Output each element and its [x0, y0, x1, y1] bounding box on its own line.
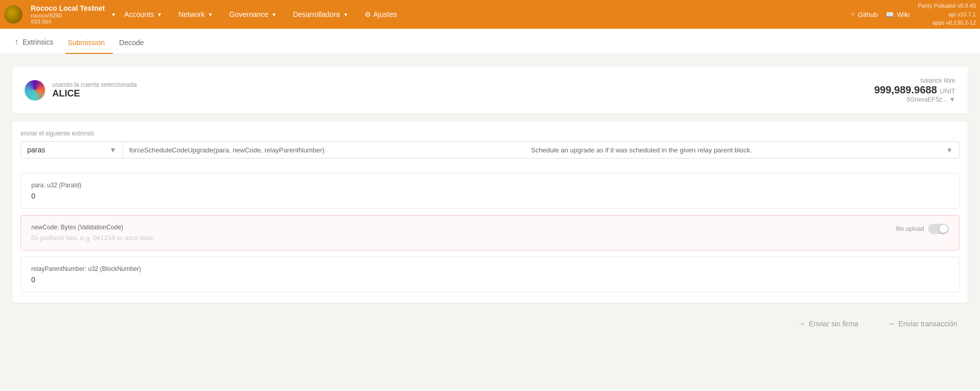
- address-caret-icon: ▼: [949, 96, 955, 103]
- nav-label-governance: Governance: [229, 10, 268, 18]
- settings-gear-icon: ⚙: [365, 10, 371, 18]
- balance-label: balance libre: [874, 77, 955, 84]
- nav-item-accounts[interactable]: Accounts ▼: [116, 0, 170, 29]
- wiki-link[interactable]: 📖 Wiki: [886, 11, 910, 18]
- method-arrow-icon: ▼: [946, 146, 953, 154]
- submit-transaction-label: Enviar transacción: [898, 320, 957, 328]
- param-para-label: para: u32 (ParaId): [31, 182, 949, 189]
- balance-row: 999,989.9688 UNIT: [874, 84, 955, 96]
- file-upload-label: file upload: [896, 225, 924, 232]
- nav-right: ⑂ Github 📖 Wiki Parity Polkadot v0.9.40 …: [851, 2, 976, 27]
- version-line1: Parity Polkadot v0.9.40: [918, 2, 976, 10]
- brand[interactable]: Rococo Local Testnet rococo/9280 #33.564…: [4, 4, 116, 25]
- brand-logo: [4, 5, 23, 24]
- tab-submission-label: Submission: [68, 38, 105, 47]
- balance-value: 999,989.9688: [874, 84, 937, 95]
- account-right: balance libre 999,989.9688 UNIT 5GrwvaEF…: [874, 77, 955, 103]
- account-details: usando la cuenta seleccionada ALICE: [52, 81, 137, 99]
- nav-label-developer: Desarrolladora: [293, 10, 340, 18]
- nav-label-settings: Ajustes: [373, 10, 397, 18]
- main-content: usando la cuenta seleccionada ALICE bala…: [0, 54, 980, 357]
- tab-extrinsics[interactable]: ↑ Extrinsics: [12, 37, 62, 54]
- brand-sub2: #33.564: [31, 18, 51, 25]
- accounts-caret-icon: ▼: [157, 12, 162, 17]
- module-selector[interactable]: paras ▼: [21, 141, 123, 159]
- nav-label-accounts: Accounts: [124, 10, 154, 18]
- param-newcode: newCode: Bytes (ValidationCode) file upl…: [21, 215, 959, 250]
- submit-transaction-button[interactable]: → Enviar transacción: [877, 315, 968, 333]
- param-para-value: 0: [31, 192, 949, 200]
- extrinsic-selectors-row: enviar el siguiente extrinsic paras ▼ fo…: [12, 122, 968, 163]
- footer-actions: → Enviar sin firma → Enviar transacción: [12, 303, 968, 345]
- developer-caret-icon: ▼: [343, 12, 348, 17]
- extrinsic-card: enviar el siguiente extrinsic paras ▼ fo…: [12, 122, 968, 303]
- tab-decode[interactable]: Decode: [117, 38, 152, 54]
- newcode-input[interactable]: [31, 234, 949, 242]
- brand-sub1: rococo/9280: [31, 12, 62, 18]
- param-newcode-label: newCode: Bytes (ValidationCode): [31, 224, 123, 231]
- file-upload-toggle[interactable]: [928, 224, 949, 234]
- nav-item-governance[interactable]: Governance ▼: [221, 0, 285, 29]
- nav-item-developer[interactable]: Desarrolladora ▼: [285, 0, 356, 29]
- github-icon: ⑂: [851, 11, 855, 18]
- param-para: para: u32 (ParaId) 0: [21, 173, 959, 209]
- params-container: para: u32 (ParaId) 0 newCode: Bytes (Val…: [12, 163, 968, 303]
- unsigned-icon: →: [797, 319, 806, 328]
- account-card: usando la cuenta seleccionada ALICE bala…: [12, 67, 968, 113]
- wiki-label: Wiki: [897, 11, 910, 18]
- param-relay-value: 0: [31, 276, 949, 284]
- submit-unsigned-button[interactable]: → Enviar sin firma: [787, 315, 868, 333]
- balance-unit: UNIT: [940, 87, 955, 95]
- nav-item-network[interactable]: Network ▼: [170, 0, 221, 29]
- account-left: usando la cuenta seleccionada ALICE: [25, 80, 137, 101]
- submit-unsigned-label: Enviar sin firma: [809, 320, 858, 328]
- extrinsic-section-title: enviar el siguiente extrinsic: [21, 130, 959, 137]
- account-name: ALICE: [52, 88, 137, 99]
- version-line2: api v10.7.1: [918, 10, 976, 19]
- param-relay-parent-number: relayParentNumber: u32 (BlockNumber) 0: [21, 257, 959, 292]
- extrinsics-icon: ↑: [14, 37, 18, 47]
- account-avatar: [25, 80, 45, 101]
- selector-row: paras ▼ forceScheduleCodeUpgrade(para, n…: [21, 141, 959, 159]
- module-value: paras: [27, 146, 45, 154]
- brand-info: Rococo Local Testnet rococo/9280 #33.564: [27, 4, 109, 25]
- param-relay-label: relayParentNumber: u32 (BlockNumber): [31, 265, 949, 272]
- brand-name: Rococo Local Testnet: [31, 4, 105, 12]
- file-upload-row: file upload: [896, 224, 949, 234]
- balance-address[interactable]: 5GrwvaEF5z... ▼: [874, 96, 955, 103]
- nav-label-network: Network: [178, 10, 205, 18]
- github-link[interactable]: ⑂ Github: [851, 11, 877, 18]
- version-info: Parity Polkadot v0.9.40 api v10.7.1 apps…: [918, 2, 976, 27]
- wiki-icon: 📖: [886, 11, 894, 18]
- tab-extrinsics-label: Extrinsics: [23, 38, 53, 46]
- address-text: 5GrwvaEF5z...: [907, 96, 947, 103]
- method-selector[interactable]: forceScheduleCodeUpgrade(para, newCode, …: [123, 141, 959, 159]
- nav-item-settings[interactable]: ⚙ Ajustes: [356, 0, 405, 29]
- param-newcode-header: newCode: Bytes (ValidationCode) file upl…: [31, 224, 949, 234]
- nav-items: Accounts ▼ Network ▼ Governance ▼ Desarr…: [116, 0, 851, 29]
- tab-submission[interactable]: Submission: [66, 38, 113, 54]
- version-line3: apps v0.130.2-12: [918, 18, 976, 27]
- network-caret-icon: ▼: [208, 12, 213, 17]
- method-value: forceScheduleCodeUpgrade(para, newCode, …: [129, 146, 325, 154]
- top-navigation: Rococo Local Testnet rococo/9280 #33.564…: [0, 0, 980, 29]
- tab-decode-label: Decode: [119, 38, 144, 47]
- governance-caret-icon: ▼: [271, 12, 276, 17]
- brand-caret-icon: ▼: [111, 12, 116, 17]
- method-desc: Schedule an upgrade as if it was schedul…: [531, 146, 752, 154]
- module-arrow-icon: ▼: [109, 146, 116, 154]
- submit-icon: →: [887, 319, 895, 328]
- extrinsic-selectors-wrapper: enviar el siguiente extrinsic paras ▼ fo…: [21, 130, 959, 159]
- tabs-bar: ↑ Extrinsics Submission Decode: [0, 29, 980, 54]
- account-label: usando la cuenta seleccionada: [52, 81, 137, 88]
- github-label: Github: [858, 11, 877, 18]
